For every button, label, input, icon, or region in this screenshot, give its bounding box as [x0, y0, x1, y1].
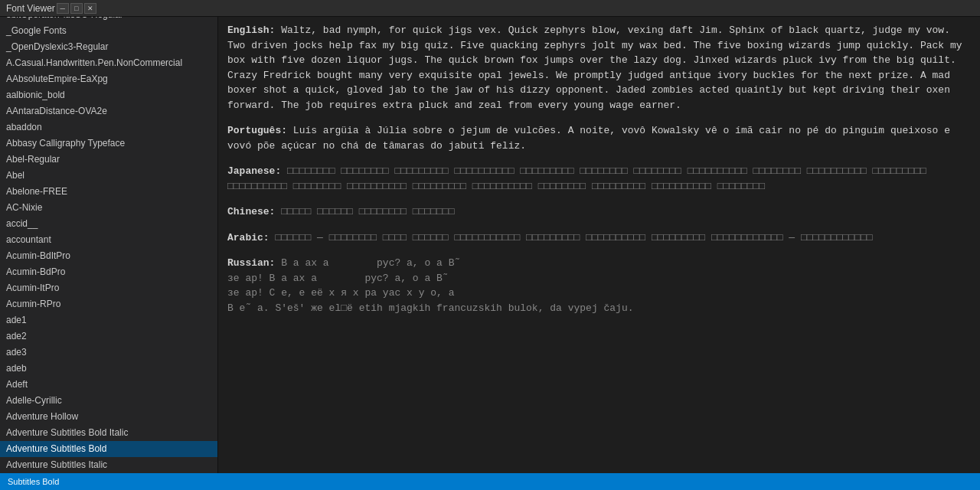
minimize-button[interactable]: ─: [57, 3, 69, 14]
sidebar-item-_OpenDyslexic3-Regular[interactable]: _OpenDyslexic3-Regular: [0, 39, 217, 55]
russian-label: Russian:: [227, 257, 275, 269]
arabic-section: Arabic: □□□□□□ — □□□□□□□□ □□□□ □□□□□□ □□…: [227, 230, 971, 246]
font-list-sidebar[interactable]: 1921828DaysLater500ffShrimpMedium-7q7V8b…: [0, 17, 218, 473]
sidebar-item-8bitOperatorPlusSC-Regular[interactable]: 8bitOperatorPlusSC-Regular: [0, 17, 217, 23]
japanese-section: Japanese: □□□□□□□□ □□□□□□□□ □□□□□□□□□ □□…: [227, 164, 971, 194]
japanese-label: Japanese:: [227, 165, 281, 177]
sidebar-item-Adventure-Hollow[interactable]: Adventure Hollow: [0, 409, 217, 425]
sidebar-item-Adventure-Subtitles-Bold-Italic[interactable]: Adventure Subtitles Bold Italic: [0, 425, 217, 441]
russian-text: В а ах а руc? а, о а В˜ зе ар! В а ах а …: [227, 257, 634, 314]
arabic-text: □□□□□□ — □□□□□□□□ □□□□ □□□□□□ □□□□□□□□□□…: [275, 232, 872, 243]
portuguese-text: Luís argüia à Júlia sobre o jejum de vul…: [227, 125, 950, 152]
portuguese-section: Português: Luís argüia à Júlia sobre o j…: [227, 123, 971, 153]
sidebar-item-accid__[interactable]: accid__: [0, 216, 217, 232]
sidebar-item-accountant[interactable]: accountant: [0, 232, 217, 248]
english-text: Waltz, bad nymph, for quick jigs vex. Qu…: [227, 24, 962, 111]
chinese-label: Chinese:: [227, 206, 275, 217]
sidebar-item-AAbsoluteEmpire-EaXpg[interactable]: AAbsoluteEmpire-EaXpg: [0, 71, 217, 87]
sidebar-item-AC-Nixie[interactable]: AC-Nixie: [0, 200, 217, 216]
sidebar-item-Adelle-Cyrillic[interactable]: Adelle-Cyrillic: [0, 393, 217, 409]
english-label: English:: [227, 24, 275, 36]
title-bar-text: Font Viewer: [6, 3, 55, 14]
sidebar-item-aalbionic_bold[interactable]: aalbionic_bold: [0, 87, 217, 103]
sidebar-item-Adventure-Subtitles-Italic[interactable]: Adventure Subtitles Italic: [0, 457, 217, 473]
sidebar-item-Acumin-BdItPro[interactable]: Acumin-BdItPro: [0, 248, 217, 264]
sidebar-item-Acumin-ItPro[interactable]: Acumin-ItPro: [0, 280, 217, 296]
title-bar: Font Viewer ─ □ ✕: [0, 0, 980, 17]
font-preview-area: English: Waltz, bad nymph, for quick jig…: [218, 17, 980, 473]
sidebar-item-Abel-Regular[interactable]: Abel-Regular: [0, 152, 217, 168]
sidebar-item-ade3[interactable]: ade3: [0, 345, 217, 361]
sidebar-item-A.Casual.Handwritten.Pen.NonCommercial[interactable]: A.Casual.Handwritten.Pen.NonCommercial: [0, 55, 217, 71]
english-section: English: Waltz, bad nymph, for quick jig…: [227, 23, 971, 113]
sidebar-item-ade1[interactable]: ade1: [0, 312, 217, 328]
sidebar-item-Adventure-Subtitles-Bold[interactable]: Adventure Subtitles Bold: [0, 441, 217, 457]
sidebar-item-adeb[interactable]: adeb: [0, 361, 217, 377]
sidebar-item-Adeft[interactable]: Adeft: [0, 377, 217, 393]
close-button[interactable]: ✕: [84, 3, 96, 14]
sidebar-item-Abelone-FREE[interactable]: Abelone-FREE: [0, 184, 217, 200]
chinese-section: Chinese: □□□□□ □□□□□□ □□□□□□□□ □□□□□□□: [227, 204, 971, 220]
sidebar-item-_Google-Fonts[interactable]: _Google Fonts: [0, 23, 217, 39]
arabic-label: Arabic:: [227, 232, 270, 243]
russian-section: Russian: В а ах а руc? а, о а В˜ зе ар! …: [227, 256, 971, 315]
sidebar-item-Acumin-BdPro[interactable]: Acumin-BdPro: [0, 264, 217, 280]
chinese-text: □□□□□ □□□□□□ □□□□□□□□ □□□□□□□: [281, 206, 454, 217]
sidebar-item-ade2[interactable]: ade2: [0, 328, 217, 345]
sidebar-item-AAntaraDistance-OVA2e[interactable]: AAntaraDistance-OVA2e: [0, 103, 217, 119]
status-text: Subtitles Bold: [8, 477, 59, 486]
maximize-button[interactable]: □: [70, 3, 83, 14]
portuguese-label: Português:: [227, 125, 287, 136]
main-layout: 1921828DaysLater500ffShrimpMedium-7q7V8b…: [0, 17, 980, 473]
sidebar-item-Abel[interactable]: Abel: [0, 168, 217, 184]
sidebar-item-Abbasy-Calligraphy-Typeface[interactable]: Abbasy Calligraphy Typeface: [0, 136, 217, 152]
status-bar: Subtitles Bold: [0, 473, 980, 490]
sidebar-item-abaddon[interactable]: abaddon: [0, 119, 217, 136]
japanese-text: □□□□□□□□ □□□□□□□□ □□□□□□□□□ □□□□□□□□□□ □…: [227, 165, 926, 192]
sidebar-item-Acumin-RPro[interactable]: Acumin-RPro: [0, 296, 217, 312]
